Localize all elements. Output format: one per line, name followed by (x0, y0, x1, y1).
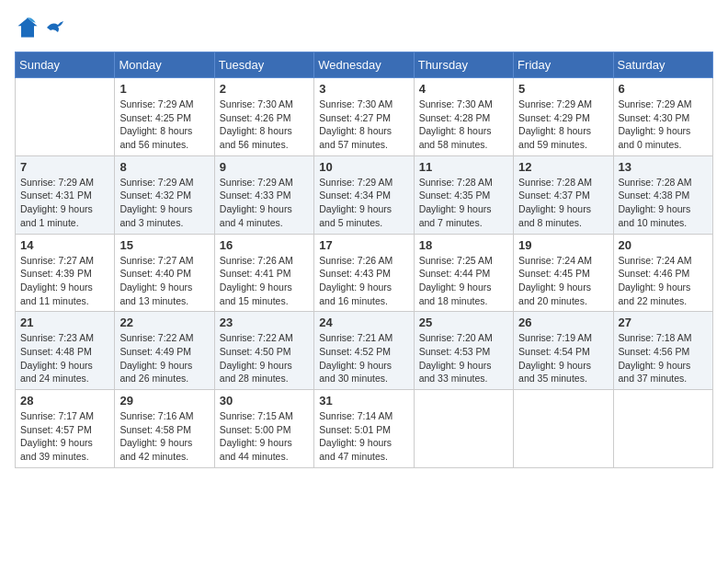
day-number: 12 (518, 160, 608, 174)
calendar-cell: 1Sunrise: 7:29 AM Sunset: 4:25 PM Daylig… (115, 78, 214, 156)
day-number: 17 (319, 238, 408, 252)
calendar-cell: 12Sunrise: 7:28 AM Sunset: 4:37 PM Dayli… (514, 155, 613, 234)
calendar-cell: 9Sunrise: 7:29 AM Sunset: 4:33 PM Daylig… (214, 155, 313, 234)
calendar-cell: 11Sunrise: 7:28 AM Sunset: 4:35 PM Dayli… (414, 155, 513, 234)
day-info: Sunrise: 7:28 AM Sunset: 4:38 PM Dayligh… (619, 176, 708, 230)
day-number: 11 (419, 160, 508, 174)
day-number: 18 (419, 238, 508, 252)
day-info: Sunrise: 7:27 AM Sunset: 4:40 PM Dayligh… (119, 254, 209, 308)
day-of-week-header: Monday (115, 52, 214, 78)
day-number: 8 (119, 160, 209, 174)
day-info: Sunrise: 7:22 AM Sunset: 4:50 PM Dayligh… (220, 331, 309, 385)
logo (15, 15, 66, 40)
day-number: 22 (119, 316, 209, 329)
calendar-cell: 5Sunrise: 7:29 AM Sunset: 4:29 PM Daylig… (514, 78, 613, 156)
day-info: Sunrise: 7:21 AM Sunset: 4:52 PM Dayligh… (319, 331, 408, 385)
day-info: Sunrise: 7:24 AM Sunset: 4:45 PM Dayligh… (518, 254, 608, 308)
calendar-cell: 7Sunrise: 7:29 AM Sunset: 4:31 PM Daylig… (16, 155, 115, 234)
day-number: 20 (619, 238, 708, 252)
day-number: 21 (20, 316, 109, 329)
calendar-cell: 8Sunrise: 7:29 AM Sunset: 4:32 PM Daylig… (115, 155, 214, 234)
day-number: 31 (319, 394, 408, 408)
day-number: 9 (220, 160, 309, 174)
calendar-cell (16, 78, 115, 156)
day-number: 4 (419, 82, 508, 96)
day-info: Sunrise: 7:14 AM Sunset: 5:01 PM Dayligh… (319, 409, 408, 464)
calendar-cell: 31Sunrise: 7:14 AM Sunset: 5:01 PM Dayli… (314, 390, 414, 468)
day-of-week-header: Tuesday (214, 52, 313, 78)
logo-text (44, 19, 66, 37)
day-number: 14 (20, 238, 109, 252)
day-info: Sunrise: 7:29 AM Sunset: 4:34 PM Dayligh… (319, 176, 408, 230)
day-info: Sunrise: 7:16 AM Sunset: 4:58 PM Dayligh… (119, 409, 209, 464)
day-info: Sunrise: 7:29 AM Sunset: 4:32 PM Dayligh… (119, 176, 209, 230)
day-info: Sunrise: 7:23 AM Sunset: 4:48 PM Dayligh… (20, 331, 109, 385)
day-of-week-header: Wednesday (314, 52, 414, 78)
day-info: Sunrise: 7:29 AM Sunset: 4:29 PM Dayligh… (518, 98, 608, 152)
day-info: Sunrise: 7:15 AM Sunset: 5:00 PM Dayligh… (220, 409, 309, 464)
day-info: Sunrise: 7:17 AM Sunset: 4:57 PM Dayligh… (20, 409, 109, 464)
day-info: Sunrise: 7:28 AM Sunset: 4:35 PM Dayligh… (419, 176, 508, 230)
day-info: Sunrise: 7:19 AM Sunset: 4:54 PM Dayligh… (518, 331, 608, 385)
calendar-cell: 19Sunrise: 7:24 AM Sunset: 4:45 PM Dayli… (514, 234, 613, 312)
calendar-cell: 15Sunrise: 7:27 AM Sunset: 4:40 PM Dayli… (115, 234, 214, 312)
day-info: Sunrise: 7:26 AM Sunset: 4:41 PM Dayligh… (220, 254, 309, 308)
day-info: Sunrise: 7:28 AM Sunset: 4:37 PM Dayligh… (518, 176, 608, 230)
calendar-week-row: 1Sunrise: 7:29 AM Sunset: 4:25 PM Daylig… (16, 78, 713, 156)
day-number: 23 (220, 316, 309, 329)
calendar-cell (514, 390, 613, 468)
calendar-cell: 17Sunrise: 7:26 AM Sunset: 4:43 PM Dayli… (314, 234, 414, 312)
calendar-cell: 24Sunrise: 7:21 AM Sunset: 4:52 PM Dayli… (314, 312, 414, 390)
calendar-cell: 20Sunrise: 7:24 AM Sunset: 4:46 PM Dayli… (613, 234, 712, 312)
day-number: 7 (20, 160, 109, 174)
calendar-cell: 10Sunrise: 7:29 AM Sunset: 4:34 PM Dayli… (314, 155, 414, 234)
calendar-cell: 30Sunrise: 7:15 AM Sunset: 5:00 PM Dayli… (214, 390, 313, 468)
calendar-cell: 6Sunrise: 7:29 AM Sunset: 4:30 PM Daylig… (613, 78, 712, 156)
day-info: Sunrise: 7:25 AM Sunset: 4:44 PM Dayligh… (419, 254, 508, 308)
days-header-row: SundayMondayTuesdayWednesdayThursdayFrid… (16, 52, 713, 78)
day-number: 29 (119, 394, 209, 408)
day-number: 24 (319, 316, 408, 329)
calendar-week-row: 14Sunrise: 7:27 AM Sunset: 4:39 PM Dayli… (16, 234, 713, 312)
calendar-cell: 28Sunrise: 7:17 AM Sunset: 4:57 PM Dayli… (16, 390, 115, 468)
calendar-cell (613, 390, 712, 468)
calendar-cell: 14Sunrise: 7:27 AM Sunset: 4:39 PM Dayli… (16, 234, 115, 312)
calendar-cell: 18Sunrise: 7:25 AM Sunset: 4:44 PM Dayli… (414, 234, 513, 312)
logo-bird-icon (45, 19, 65, 36)
calendar-cell: 2Sunrise: 7:30 AM Sunset: 4:26 PM Daylig… (214, 78, 313, 156)
day-number: 5 (518, 82, 608, 96)
calendar-week-row: 7Sunrise: 7:29 AM Sunset: 4:31 PM Daylig… (16, 155, 713, 234)
day-number: 19 (518, 238, 608, 252)
day-info: Sunrise: 7:27 AM Sunset: 4:39 PM Dayligh… (20, 254, 109, 308)
calendar-cell: 27Sunrise: 7:18 AM Sunset: 4:56 PM Dayli… (613, 312, 712, 390)
day-info: Sunrise: 7:30 AM Sunset: 4:26 PM Dayligh… (220, 98, 309, 152)
day-number: 26 (518, 316, 608, 329)
day-info: Sunrise: 7:24 AM Sunset: 4:46 PM Dayligh… (619, 254, 708, 308)
calendar-cell: 16Sunrise: 7:26 AM Sunset: 4:41 PM Dayli… (214, 234, 313, 312)
calendar-cell: 29Sunrise: 7:16 AM Sunset: 4:58 PM Dayli… (115, 390, 214, 468)
calendar-cell: 22Sunrise: 7:22 AM Sunset: 4:49 PM Dayli… (115, 312, 214, 390)
calendar-table: SundayMondayTuesdayWednesdayThursdayFrid… (15, 52, 713, 468)
calendar-cell: 4Sunrise: 7:30 AM Sunset: 4:28 PM Daylig… (414, 78, 513, 156)
day-number: 25 (419, 316, 508, 329)
calendar-cell: 26Sunrise: 7:19 AM Sunset: 4:54 PM Dayli… (514, 312, 613, 390)
calendar-cell: 3Sunrise: 7:30 AM Sunset: 4:27 PM Daylig… (314, 78, 414, 156)
day-number: 28 (20, 394, 109, 408)
day-info: Sunrise: 7:30 AM Sunset: 4:28 PM Dayligh… (419, 98, 508, 152)
day-number: 3 (319, 82, 408, 96)
calendar-cell: 21Sunrise: 7:23 AM Sunset: 4:48 PM Dayli… (16, 312, 115, 390)
day-number: 15 (119, 238, 209, 252)
day-info: Sunrise: 7:29 AM Sunset: 4:30 PM Dayligh… (619, 98, 708, 152)
day-number: 2 (220, 82, 309, 96)
day-info: Sunrise: 7:20 AM Sunset: 4:53 PM Dayligh… (419, 331, 508, 385)
day-info: Sunrise: 7:22 AM Sunset: 4:49 PM Dayligh… (119, 331, 209, 385)
day-info: Sunrise: 7:18 AM Sunset: 4:56 PM Dayligh… (619, 331, 708, 385)
day-number: 27 (619, 316, 708, 329)
day-info: Sunrise: 7:29 AM Sunset: 4:25 PM Dayligh… (119, 98, 209, 152)
day-info: Sunrise: 7:29 AM Sunset: 4:31 PM Dayligh… (20, 176, 109, 230)
day-number: 30 (220, 394, 309, 408)
calendar-cell: 23Sunrise: 7:22 AM Sunset: 4:50 PM Dayli… (214, 312, 313, 390)
day-number: 10 (319, 160, 408, 174)
day-of-week-header: Thursday (414, 52, 513, 78)
calendar-cell: 13Sunrise: 7:28 AM Sunset: 4:38 PM Dayli… (613, 155, 712, 234)
